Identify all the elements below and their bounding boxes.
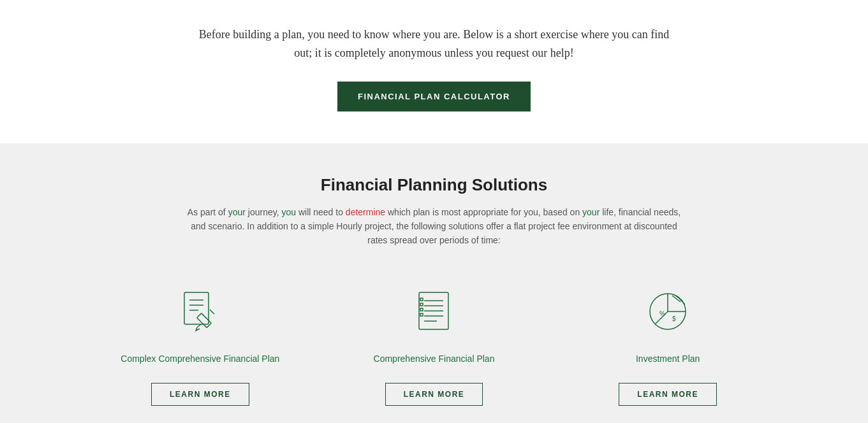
learn-more-button-complex-comprehensive[interactable]: LEARN MORE: [151, 383, 249, 406]
solutions-heading: Financial Planning Solutions: [13, 175, 855, 195]
financial-plan-calculator-button[interactable]: FINANCIAL PLAN CALCULATOR: [337, 82, 531, 111]
card-comprehensive: Comprehensive Financial Plan LEARN MORE: [317, 273, 551, 419]
svg-text:%: %: [659, 310, 665, 317]
card-title-complex-comprehensive: Complex Comprehensive Financial Plan: [121, 347, 279, 370]
svg-text:$: $: [672, 315, 676, 322]
learn-more-button-investment[interactable]: LEARN MORE: [619, 383, 717, 406]
card-title-investment: Investment Plan: [636, 347, 700, 370]
document-pencil-icon: [175, 286, 226, 337]
card-complex-comprehensive: Complex Comprehensive Financial Plan LEA…: [84, 273, 318, 419]
svg-rect-0: [184, 292, 209, 324]
solutions-section: Financial Planning Solutions As part of …: [0, 143, 868, 423]
solutions-subtitle: As part of your journey, you will need t…: [186, 205, 683, 248]
document-list-icon: [408, 286, 459, 337]
intro-text: Before building a plan, you need to know…: [192, 25, 677, 62]
solutions-grid: Complex Comprehensive Financial Plan LEA…: [84, 273, 785, 423]
card-investment: % $ Investment Plan LEARN MORE: [551, 273, 785, 419]
svg-rect-14: [420, 303, 423, 306]
svg-rect-16: [420, 313, 423, 316]
svg-line-5: [210, 310, 214, 314]
svg-rect-15: [420, 308, 423, 311]
card-title-comprehensive: Comprehensive Financial Plan: [374, 347, 495, 370]
top-section: Before building a plan, you need to know…: [0, 0, 868, 143]
learn-more-button-comprehensive[interactable]: LEARN MORE: [385, 383, 483, 406]
svg-rect-13: [420, 298, 423, 301]
pie-chart-icon: % $: [642, 286, 693, 337]
